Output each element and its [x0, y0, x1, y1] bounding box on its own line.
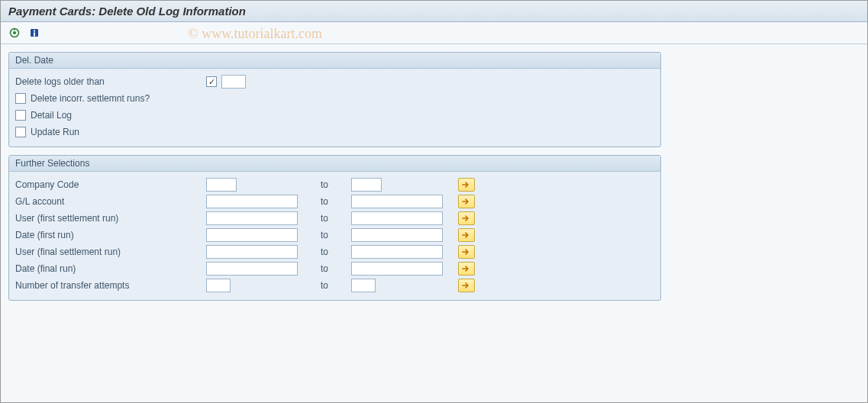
selection-row: User (final settlement run)to	[15, 243, 654, 260]
arrow-right-icon	[462, 198, 471, 205]
chk-detail-label: Detail Log	[31, 110, 72, 121]
group-del-date: Del. Date Delete logs older than ✓ Delet…	[8, 52, 661, 147]
svg-point-1	[13, 31, 16, 34]
arrow-right-icon	[462, 181, 471, 189]
group-del-date-header: Del. Date	[9, 53, 660, 69]
to-input[interactable]	[351, 211, 443, 225]
to-input[interactable]	[351, 245, 443, 259]
to-label: to	[321, 247, 351, 257]
to-input[interactable]	[351, 228, 443, 242]
to-label: to	[321, 263, 351, 274]
from-input[interactable]	[206, 211, 298, 225]
chk-update-label: Update Run	[31, 127, 79, 137]
delete-older-input[interactable]	[221, 75, 246, 89]
to-input[interactable]	[351, 262, 443, 276]
from-input[interactable]	[206, 195, 298, 208]
chk-incorr-settlement[interactable]	[15, 93, 26, 104]
selection-label: User (final settlement run)	[15, 247, 206, 257]
info-button[interactable]	[27, 25, 42, 40]
content-area: Del. Date Delete logs older than ✓ Delet…	[1, 44, 867, 403]
execute-icon	[9, 27, 20, 38]
selection-label: G/L account	[15, 196, 206, 207]
to-input[interactable]	[351, 195, 443, 208]
to-input[interactable]	[351, 279, 376, 292]
selection-row: Date (final run)to	[15, 260, 654, 277]
arrow-right-icon	[462, 265, 471, 272]
multiple-selection-button[interactable]	[458, 228, 475, 242]
page-title: Payment Cards: Delete Old Log Informatio…	[8, 5, 860, 18]
from-input[interactable]	[206, 178, 237, 192]
arrow-right-icon	[462, 282, 471, 289]
selection-row: Date (first run)to	[15, 227, 654, 243]
svg-rect-4	[34, 31, 35, 32]
to-input[interactable]	[351, 178, 382, 192]
selection-label: User (first settlement run)	[15, 213, 206, 224]
to-label: to	[321, 179, 351, 190]
chk-detail-log[interactable]	[15, 110, 26, 121]
title-bar: Payment Cards: Delete Old Log Informatio…	[1, 1, 867, 22]
selection-label: Company Code	[15, 179, 206, 190]
multiple-selection-button[interactable]	[458, 279, 475, 292]
to-label: to	[321, 280, 351, 291]
from-input[interactable]	[206, 279, 231, 292]
delete-older-required-icon: ✓	[206, 76, 217, 87]
svg-rect-5	[34, 33, 35, 37]
arrow-right-icon	[462, 214, 471, 222]
info-icon	[29, 27, 40, 38]
selection-row: Company Codeto	[15, 176, 654, 193]
multiple-selection-button[interactable]	[458, 262, 475, 276]
group-further-selections: Further Selections Company CodetoG/L acc…	[8, 155, 661, 301]
chk-update-run[interactable]	[15, 127, 26, 137]
selection-label: Date (final run)	[15, 263, 206, 274]
multiple-selection-button[interactable]	[458, 211, 475, 225]
multiple-selection-button[interactable]	[458, 195, 475, 208]
from-input[interactable]	[206, 262, 298, 276]
delete-older-label: Delete logs older than	[15, 76, 206, 87]
group-further-header: Further Selections	[9, 156, 660, 172]
arrow-right-icon	[462, 231, 471, 239]
selection-row: User (first settlement run)to	[15, 210, 654, 227]
execute-button[interactable]	[7, 25, 22, 40]
selection-label: Number of transfer attempts	[15, 280, 206, 291]
to-label: to	[321, 196, 351, 207]
chk-incorr-label: Delete incorr. settlemnt runs?	[31, 93, 150, 104]
multiple-selection-button[interactable]	[458, 178, 475, 192]
to-label: to	[321, 213, 351, 224]
from-input[interactable]	[206, 228, 298, 242]
toolbar	[1, 22, 867, 44]
arrow-right-icon	[462, 248, 471, 256]
multiple-selection-button[interactable]	[458, 245, 475, 259]
to-label: to	[321, 230, 351, 240]
selection-row: Number of transfer attemptsto	[15, 277, 654, 294]
from-input[interactable]	[206, 245, 298, 259]
selection-label: Date (first run)	[15, 230, 206, 240]
selection-row: G/L accountto	[15, 193, 654, 210]
